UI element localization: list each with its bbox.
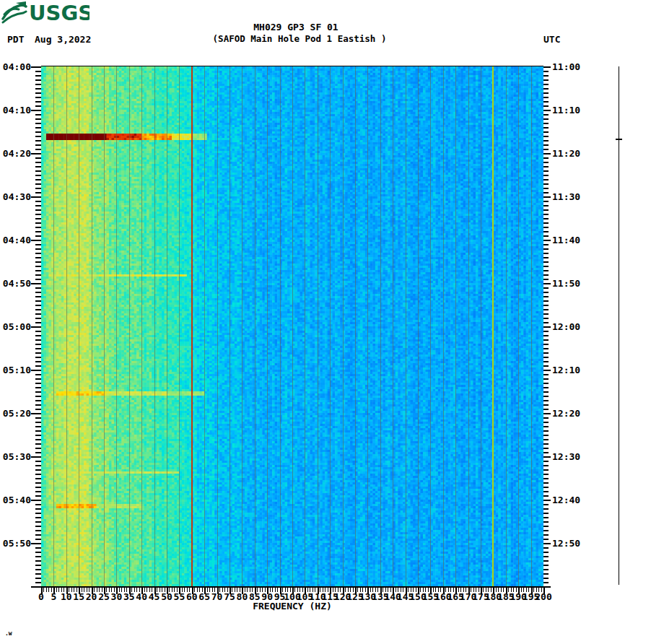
left-minor-tick xyxy=(35,400,41,401)
left-minor-tick xyxy=(35,435,41,436)
left-minor-tick xyxy=(35,504,41,505)
time-label-left: 04:20 xyxy=(2,149,31,158)
right-minor-tick xyxy=(543,439,549,440)
freq-label: 25 xyxy=(98,592,110,601)
left-minor-tick xyxy=(35,188,41,189)
left-minor-tick xyxy=(35,569,41,570)
usgs-logo: USGS xyxy=(1,0,89,25)
left-minor-tick xyxy=(35,582,41,583)
left-minor-tick xyxy=(35,79,41,81)
left-minor-tick xyxy=(35,560,41,562)
left-minor-tick xyxy=(35,166,41,167)
right-minor-tick xyxy=(543,504,549,505)
left-minor-tick xyxy=(35,378,41,380)
left-minor-tick xyxy=(35,261,41,263)
time-label-left: 05:10 xyxy=(2,365,31,375)
right-minor-tick xyxy=(543,188,549,189)
left-minor-tick xyxy=(35,287,41,289)
right-minor-tick xyxy=(543,517,549,518)
right-minor-tick xyxy=(543,331,549,332)
left-minor-tick xyxy=(35,97,41,98)
left-major-tick xyxy=(31,196,41,198)
usgs-wave-icon xyxy=(3,1,26,22)
left-minor-tick xyxy=(35,556,41,557)
left-minor-tick xyxy=(35,192,41,193)
left-major-tick xyxy=(31,326,41,328)
right-minor-tick xyxy=(543,383,549,384)
right-minor-tick xyxy=(543,253,549,254)
timezone-left-label: PDT xyxy=(7,35,24,44)
right-minor-tick xyxy=(543,374,549,375)
left-minor-tick xyxy=(35,552,41,553)
right-major-tick xyxy=(543,153,551,155)
right-minor-tick xyxy=(543,417,549,419)
left-minor-tick xyxy=(35,227,41,228)
right-minor-tick xyxy=(543,378,549,380)
freq-label: 30 xyxy=(111,592,123,601)
right-minor-tick xyxy=(543,318,549,319)
right-minor-tick xyxy=(543,526,549,527)
right-major-tick xyxy=(543,326,551,328)
right-minor-tick xyxy=(543,209,549,211)
left-minor-tick xyxy=(35,296,41,297)
freq-label: 50 xyxy=(161,592,172,601)
left-minor-tick xyxy=(35,396,41,397)
right-minor-tick xyxy=(543,482,549,484)
left-major-tick xyxy=(31,586,41,588)
time-label-left: 04:30 xyxy=(2,192,31,201)
right-minor-tick xyxy=(543,539,549,540)
left-major-tick xyxy=(31,543,41,544)
right-minor-tick xyxy=(543,274,549,276)
left-minor-tick xyxy=(35,244,41,245)
left-minor-tick xyxy=(35,231,41,232)
time-label-left: 05:40 xyxy=(2,495,31,505)
left-minor-tick xyxy=(35,235,41,237)
plot-top-border xyxy=(41,66,543,66)
right-minor-tick xyxy=(543,465,549,466)
time-label-left: 04:00 xyxy=(2,62,31,71)
left-minor-tick xyxy=(35,149,41,150)
right-minor-tick xyxy=(543,513,549,514)
left-minor-tick xyxy=(35,448,41,449)
time-label-right: 12:00 xyxy=(552,322,580,331)
right-minor-tick xyxy=(543,127,549,129)
right-minor-tick xyxy=(543,573,549,575)
right-minor-tick xyxy=(543,426,549,427)
right-minor-tick xyxy=(543,309,549,310)
freq-label: 0 xyxy=(38,592,44,601)
left-minor-tick xyxy=(35,201,41,202)
right-minor-tick xyxy=(543,396,549,397)
time-label-right: 12:30 xyxy=(552,452,580,461)
left-minor-tick xyxy=(35,75,41,77)
right-minor-tick xyxy=(543,560,549,562)
right-minor-tick xyxy=(543,582,549,583)
left-minor-tick xyxy=(35,257,41,258)
left-major-tick xyxy=(31,153,41,155)
right-minor-tick xyxy=(543,270,549,271)
right-minor-tick xyxy=(543,391,549,393)
right-major-tick xyxy=(543,500,551,501)
right-minor-tick xyxy=(543,448,549,449)
left-minor-tick xyxy=(35,526,41,527)
right-major-tick xyxy=(543,110,551,111)
left-minor-tick xyxy=(35,318,41,319)
freq-minor-tick xyxy=(46,588,47,592)
spectrogram-heatmap xyxy=(41,66,543,586)
right-minor-tick xyxy=(543,101,549,103)
left-minor-tick xyxy=(35,539,41,540)
spectrogram-page: USGS MH029 GP3 SF 01 (SAFOD Main Hole Po… xyxy=(0,0,651,644)
right-minor-tick xyxy=(543,530,549,531)
right-minor-tick xyxy=(543,92,549,94)
right-minor-tick xyxy=(543,136,549,137)
time-label-right: 12:50 xyxy=(552,539,580,548)
left-minor-tick xyxy=(35,465,41,466)
left-minor-tick xyxy=(35,565,41,566)
right-major-tick xyxy=(543,413,551,414)
right-major-tick xyxy=(543,456,551,458)
amplitude-trace-line xyxy=(619,66,619,585)
right-minor-tick xyxy=(543,79,549,81)
left-minor-tick xyxy=(35,547,41,549)
frequency-axis-title: FREQUENCY (HZ) xyxy=(253,601,332,611)
right-minor-tick xyxy=(543,348,549,349)
left-minor-tick xyxy=(35,404,41,406)
